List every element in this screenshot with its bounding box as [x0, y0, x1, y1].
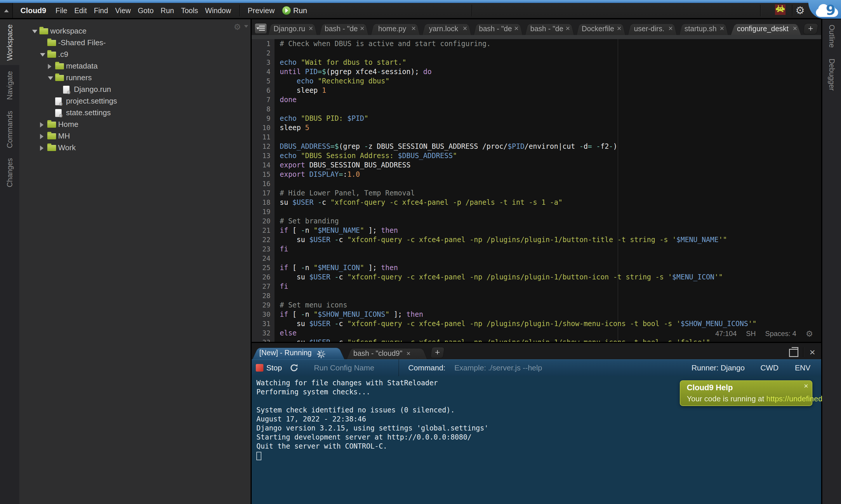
close-tab-icon[interactable]: × — [566, 22, 570, 34]
syntax-mode[interactable]: SH — [746, 329, 756, 338]
close-panel-icon[interactable]: × — [807, 345, 818, 359]
tree-item-label: metadata — [66, 61, 98, 71]
chevron-collapsed-icon[interactable] — [40, 134, 44, 139]
menu-edit[interactable]: Edit — [71, 6, 90, 15]
code-line-29: 29# Set menu icons — [252, 301, 821, 310]
spaces-setting[interactable]: Spaces: 4 — [765, 329, 796, 338]
menu-file[interactable]: File — [52, 6, 71, 15]
cloud9-logo[interactable]: 9 — [816, 3, 839, 18]
close-tab-icon[interactable]: × — [309, 22, 313, 34]
editor-tab-user-dirs-[interactable]: user-dirs.× — [628, 22, 677, 35]
menu-run[interactable]: Run — [157, 6, 177, 15]
maximize-panel-icon[interactable] — [789, 349, 799, 357]
rail-tab-workspace[interactable]: Workspace — [5, 24, 14, 61]
menu-find[interactable]: Find — [90, 6, 112, 15]
cursor-position[interactable]: 47:104 — [715, 329, 736, 338]
notification-body: Your code is running at https://undefine… — [687, 394, 823, 403]
chevron-expanded-icon[interactable] — [32, 30, 37, 33]
editor-tab-configure-deskt[interactable]: configure_deskt× — [731, 22, 801, 35]
preview-button[interactable]: Preview — [247, 3, 274, 18]
tab-label: [New] - Running — [252, 346, 316, 359]
line-number: 30 — [252, 310, 270, 319]
menu-tools[interactable]: Tools — [177, 6, 202, 15]
console-tab--new-running[interactable]: [New] - Running — [252, 346, 345, 359]
code-line-3: 3echo "Wait for dbus to start." — [252, 58, 821, 67]
close-tab-icon[interactable]: × — [360, 22, 364, 34]
close-tab-icon[interactable]: × — [411, 22, 416, 34]
editor-tab-bash-de[interactable]: bash - "de× — [525, 22, 574, 35]
rail-tab-navigate[interactable]: Navigate — [5, 71, 14, 100]
status-gear-icon[interactable]: ⚙ — [806, 329, 813, 339]
console-output-line: System check identified no issues (0 sil… — [252, 406, 821, 415]
editor-tab-bash-de[interactable]: bash - "de× — [474, 22, 523, 35]
tree-item--c9[interactable]: .c9 — [19, 49, 250, 60]
editor-tab-startup-sh[interactable]: startup.sh× — [679, 22, 728, 35]
tree-item-mh[interactable]: MH — [19, 130, 250, 142]
chevron-collapsed-icon[interactable] — [40, 122, 44, 127]
code-line-28: 28 — [252, 291, 821, 301]
tree-item-workspace[interactable]: workspace — [19, 25, 250, 37]
run-button[interactable]: Run — [282, 3, 307, 18]
debug-bug-icon[interactable] — [775, 4, 786, 15]
editor-tab-home-py[interactable]: home.py× — [371, 22, 420, 35]
tab-label: configure_deskt — [731, 22, 801, 35]
command-input[interactable]: Example: ./server.js --help — [454, 363, 542, 373]
collapse-menubar-button[interactable] — [0, 3, 13, 18]
env-button[interactable]: ENV — [795, 363, 810, 373]
chevron-collapsed-icon[interactable] — [40, 146, 44, 151]
close-tab-icon[interactable]: × — [793, 22, 797, 34]
tree-item-runners[interactable]: runners — [19, 72, 250, 84]
console-toolbar: Stop Run Config Name Command: Example: .… — [252, 359, 821, 376]
editor-tab-bash-de[interactable]: bash - "de× — [320, 22, 368, 35]
line-number: 18 — [252, 198, 270, 207]
terminal-cursor — [256, 452, 261, 460]
rail-tab-commands[interactable]: Commands — [5, 111, 14, 148]
chevron-expanded-icon[interactable] — [40, 53, 45, 57]
tree-item-project-settings[interactable]: ⚙project.settings — [19, 95, 250, 107]
notification-close-icon[interactable]: × — [804, 381, 808, 391]
tree-item-state-settings[interactable]: ⚙state.settings — [19, 107, 250, 119]
line-number: 15 — [252, 170, 270, 179]
tree-item-django-run[interactable]: ⚙Django.run — [19, 84, 250, 95]
close-tab-icon[interactable]: × — [407, 347, 416, 360]
editor-tab-dockerfile[interactable]: Dockerfile× — [577, 22, 625, 35]
restart-icon[interactable] — [289, 363, 299, 374]
rail-tab-debugger[interactable]: Debugger — [827, 59, 836, 91]
tree-item-home[interactable]: Home — [19, 119, 250, 130]
left-rail: WorkspaceNavigateCommandsChanges — [0, 19, 19, 504]
stop-icon[interactable] — [256, 364, 263, 372]
stop-button[interactable]: Stop — [266, 363, 282, 373]
close-tab-icon[interactable]: × — [617, 22, 621, 34]
close-tab-icon[interactable]: × — [514, 22, 519, 34]
menu-cloud9[interactable]: Cloud9 — [17, 6, 52, 15]
new-tab-button[interactable]: + — [804, 23, 818, 34]
menu-view[interactable]: View — [111, 6, 134, 15]
menu-goto[interactable]: Goto — [134, 6, 157, 15]
chevron-collapsed-icon[interactable] — [48, 64, 51, 69]
menu-window[interactable]: Window — [202, 6, 235, 15]
tree-item-label: Home — [58, 120, 78, 129]
line-number: 31 — [252, 319, 270, 328]
editor-tab-django-ru[interactable]: Django.ru× — [268, 22, 317, 35]
rail-tab-outline[interactable]: Outline — [827, 24, 836, 48]
close-tab-icon[interactable]: × — [668, 22, 673, 34]
console-new-tab-button[interactable]: + — [431, 347, 444, 358]
rail-tab-changes[interactable]: Changes — [5, 158, 14, 187]
tree-item--shared-files-[interactable]: -Shared Files- — [19, 37, 250, 49]
folder-icon — [47, 145, 56, 151]
code-editor[interactable]: 1# Check when DBUS is active and start c… — [252, 39, 821, 342]
tree-item-metadata[interactable]: metadata — [19, 60, 250, 72]
top-blue-strip — [0, 0, 841, 3]
close-tab-icon[interactable]: × — [720, 22, 724, 34]
chevron-expanded-icon[interactable] — [48, 76, 53, 80]
tree-item-work[interactable]: Work — [19, 142, 250, 154]
run-config-input[interactable]: Run Config Name — [314, 363, 374, 373]
runner-selector[interactable]: Runner: Django — [691, 363, 745, 373]
tab-list-button[interactable] — [255, 23, 267, 34]
editor-tab-yarn-lock[interactable]: yarn.lock× — [422, 22, 471, 35]
cwd-button[interactable]: CWD — [760, 363, 778, 373]
notification-link[interactable]: https://undefined — [766, 394, 822, 403]
settings-gear-icon[interactable]: ⚙ — [794, 3, 807, 18]
console-tab-bash-cloud9-[interactable]: bash - "cloud9"× — [346, 346, 428, 360]
close-tab-icon[interactable]: × — [463, 22, 467, 34]
